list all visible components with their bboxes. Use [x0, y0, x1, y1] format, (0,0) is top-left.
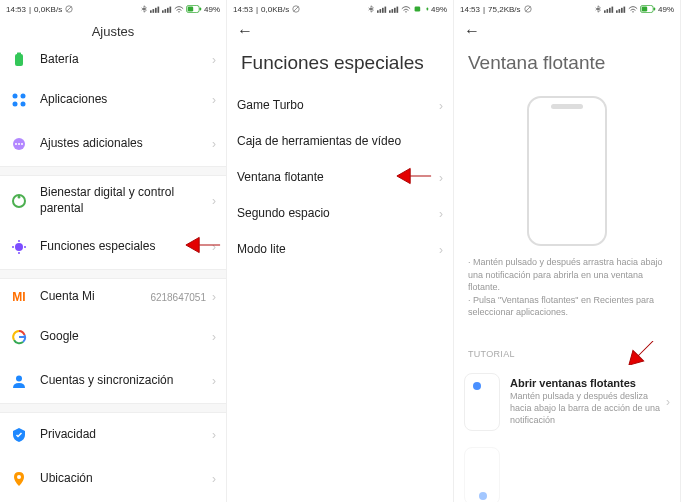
chevron-right-icon: ›: [439, 243, 443, 257]
header: ←: [227, 18, 453, 42]
chevron-right-icon: ›: [212, 428, 216, 442]
chevron-right-icon: ›: [439, 207, 443, 221]
row-funciones-especiales[interactable]: Funciones especiales ›: [0, 225, 226, 269]
page-title: Funciones especiales: [227, 42, 453, 88]
chevron-right-icon: ›: [666, 395, 670, 409]
tutorial-item-next[interactable]: [454, 439, 680, 502]
no-sim-icon: [292, 5, 300, 13]
svg-rect-11: [188, 7, 194, 12]
svg-rect-51: [621, 7, 623, 12]
row-label: Funciones especiales: [40, 239, 212, 255]
location-icon: [11, 471, 27, 487]
row-bateria[interactable]: Batería ›: [0, 42, 226, 78]
battery-icon: [413, 5, 429, 13]
back-button[interactable]: ←: [237, 22, 253, 40]
chevron-right-icon: ›: [212, 374, 216, 388]
row-caja-video[interactable]: Caja de herramientas de vídeo: [227, 124, 453, 160]
row-label: Ajustes adicionales: [40, 136, 212, 152]
svg-rect-14: [17, 53, 21, 55]
status-bar: 14:53 | 0,0KB/s 49%: [227, 0, 453, 18]
svg-rect-52: [623, 6, 625, 12]
status-battery: 49%: [658, 5, 674, 14]
no-sim-icon: [524, 5, 532, 13]
apps-icon: [11, 92, 27, 108]
svg-rect-41: [415, 7, 421, 12]
svg-point-24: [18, 195, 21, 198]
row-game-turbo[interactable]: Game Turbo ›: [227, 88, 453, 124]
tutorial-title: Abrir ventanas flotantes: [510, 377, 666, 389]
row-label: Privacidad: [40, 427, 212, 443]
no-sim-icon: [65, 5, 73, 13]
row-label: Ventana flotante: [237, 170, 439, 186]
chevron-right-icon: ›: [212, 194, 216, 208]
screen-ventana-flotante: 14:53 | 75,2KB/s 49% ← Ventana flotante …: [454, 0, 681, 502]
row-google[interactable]: Google ›: [0, 315, 226, 359]
tutorial-sub: Mantén pulsada y después desliza hacia a…: [510, 391, 666, 426]
status-bar: 14:53 | 75,2KB/s 49%: [454, 0, 680, 18]
status-net: 0,0KB/s: [261, 5, 289, 14]
row-privacidad[interactable]: Privacidad ›: [0, 413, 226, 457]
row-cuentas-sync[interactable]: Cuentas y sincronización ›: [0, 359, 226, 403]
special-icon: [11, 239, 27, 255]
svg-rect-5: [157, 6, 159, 12]
status-time: 14:53: [233, 5, 253, 14]
svg-point-18: [21, 102, 26, 107]
tutorial-thumb: [464, 373, 500, 431]
row-bienestar[interactable]: Bienestar digital y control parental ›: [0, 176, 226, 225]
battery-icon: [11, 52, 27, 68]
svg-point-16: [21, 94, 26, 99]
section-divider: [0, 269, 226, 279]
row-cuenta-mi[interactable]: MI Cuenta Mi 6218647051 ›: [0, 279, 226, 315]
tutorial-thumb: [464, 447, 500, 502]
svg-rect-7: [164, 9, 166, 13]
tutorial-item-abrir[interactable]: Abrir ventanas flotantes Mantén pulsada …: [454, 365, 680, 439]
svg-point-28: [17, 475, 21, 479]
signal-icon-2: [162, 6, 172, 13]
svg-rect-38: [394, 7, 396, 12]
section-divider: [0, 166, 226, 176]
row-aplicaciones[interactable]: Aplicaciones ›: [0, 78, 226, 122]
signal-icon: [150, 6, 160, 13]
svg-rect-6: [162, 10, 164, 13]
signal-icon: [604, 6, 614, 13]
row-segundo-espacio[interactable]: Segundo espacio ›: [227, 196, 453, 232]
svg-rect-3: [152, 9, 154, 13]
settings-more-icon: [11, 136, 27, 152]
svg-rect-8: [167, 7, 169, 12]
row-label: Modo lite: [237, 242, 439, 258]
signal-icon: [377, 6, 387, 13]
svg-point-22: [21, 143, 23, 145]
row-ubicacion[interactable]: Ubicación ›: [0, 457, 226, 501]
svg-rect-37: [391, 9, 393, 13]
svg-rect-9: [169, 6, 171, 12]
tutorial-section-label: TUTORIAL: [454, 329, 680, 365]
row-label: Segundo espacio: [237, 206, 439, 222]
svg-rect-55: [654, 7, 656, 10]
svg-point-15: [13, 94, 18, 99]
chevron-right-icon: ›: [212, 53, 216, 67]
back-button[interactable]: ←: [464, 22, 480, 40]
svg-rect-48: [611, 6, 613, 12]
page-title: Ventana flotante: [454, 42, 680, 88]
row-modo-lite[interactable]: Modo lite ›: [227, 232, 453, 268]
status-time: 14:53: [6, 5, 26, 14]
screen-funciones-especiales: 14:53 | 0,0KB/s 49% ← Funciones especial…: [227, 0, 454, 502]
svg-rect-54: [642, 7, 648, 12]
svg-line-1: [67, 7, 72, 12]
row-ventana-flotante[interactable]: Ventana flotante ›: [227, 160, 453, 196]
svg-rect-34: [382, 7, 384, 12]
chevron-right-icon: ›: [212, 330, 216, 344]
svg-rect-12: [200, 7, 202, 10]
status-bar: 14:53 | 0,0KB/s 49%: [0, 0, 226, 18]
svg-point-20: [15, 143, 17, 145]
row-label: Cuentas y sincronización: [40, 373, 212, 389]
status-battery: 49%: [431, 5, 447, 14]
row-ajustes-adicionales[interactable]: Ajustes adicionales ›: [0, 122, 226, 166]
svg-rect-39: [396, 6, 398, 12]
svg-point-25: [15, 243, 23, 251]
page-title-small: Ajustes: [10, 24, 216, 39]
row-label: Ubicación: [40, 471, 212, 487]
bluetooth-icon: [594, 5, 602, 13]
svg-point-17: [13, 102, 18, 107]
row-label: Aplicaciones: [40, 92, 212, 108]
